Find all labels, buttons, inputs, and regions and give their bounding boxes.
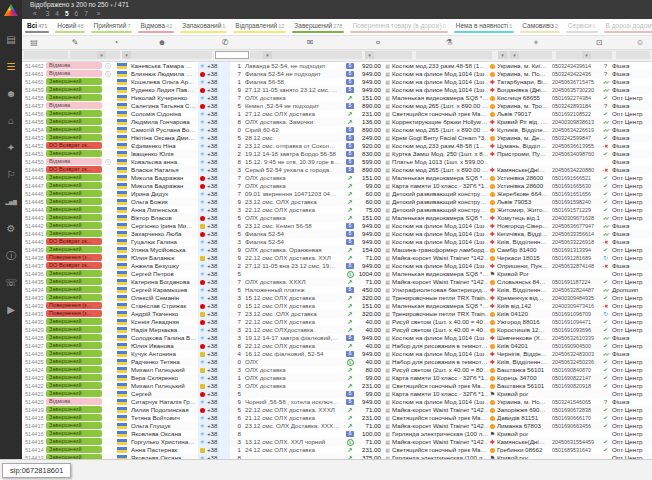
tab-Відмова[interactable]: Відмова42 — [135, 19, 177, 35]
tab-Новий[interactable]: Новий48 — [52, 19, 88, 35]
order-row[interactable]: 514460ЗавершенийКошелева Ольга Ар…✳+381Ф… — [22, 78, 652, 86]
filter-cell[interactable] — [124, 51, 212, 59]
phone-number[interactable]: +38 — [207, 390, 230, 398]
phone-number[interactable]: +38 — [207, 302, 230, 310]
order-row[interactable]: 514419ЗавершенийЛилия Подолинская+38522.… — [22, 406, 652, 414]
sidebar-item-purchases[interactable]: ✦ — [0, 134, 22, 161]
filter-dropdown-icon[interactable]: ▾ — [510, 51, 519, 59]
sidebar-item-warehouse[interactable]: ⌂ — [0, 107, 22, 134]
phone-number[interactable]: +38 — [207, 182, 230, 190]
order-row[interactable]: 514416ЗавершенийЯковлева Оксана✳+388Б100… — [22, 430, 652, 438]
order-row[interactable]: 514442ЗавершенийСергієнко Ірина Ми…+3862… — [22, 222, 652, 230]
order-row[interactable]: 514430ЗавершенийКсенія Левадняя+38722.12… — [22, 318, 652, 326]
pager-page-5[interactable]: 5 — [62, 10, 72, 17]
order-row[interactable]: 514418ЗавершенийТетяна Войтович✳+38621.1… — [22, 414, 652, 422]
tracking-column-icon[interactable]: ⊡ — [596, 37, 603, 48]
order-row[interactable]: 514432Повернення (з…Станіслав Стрижак+38… — [22, 302, 652, 310]
order-row[interactable]: 514413ЗавершенийЯковлева Оксана✳+388↗375… — [22, 454, 652, 459]
pager-last-button[interactable]: » — [94, 10, 104, 17]
status-column-icon[interactable]: ✎ — [72, 37, 79, 48]
payment-column-icon[interactable]: ¤ — [376, 37, 380, 48]
phone-number[interactable]: +38 — [207, 406, 230, 414]
phone-number[interactable]: +38 — [207, 366, 230, 374]
sidebar-item-clients[interactable]: ☻ — [0, 80, 22, 107]
sidebar-item-settings[interactable]: ⚙ — [0, 215, 22, 242]
order-row[interactable]: 514433ЗавершенийОлексій Семанін✳+38315.1… — [22, 294, 652, 302]
phone-number[interactable]: +38 — [207, 110, 230, 118]
sidebar-item-announcements[interactable]: ⚐ — [0, 161, 22, 188]
phone-number[interactable]: +38 — [207, 238, 230, 246]
order-row[interactable]: 514441ЗавершенийЗахарченко Люба+385Фиалк… — [22, 230, 652, 238]
order-row[interactable]: 514423ЗавершенийВера Скляренко✳+381ОЛХ д… — [22, 374, 652, 382]
phone-number[interactable]: +38 — [207, 446, 230, 454]
order-row[interactable]: 514428ЗавершенийСолодкова Галина В…✳+383… — [22, 334, 652, 342]
order-row[interactable]: 514457ВідмоваСалегина Татьяна С…+385Кеме… — [22, 102, 652, 110]
phone-number[interactable]: +38 — [207, 310, 230, 318]
phone-number[interactable]: +38 — [207, 414, 230, 422]
sidebar-item-support[interactable]: ☏ — [0, 269, 22, 296]
comment-column-icon[interactable]: ✉ — [307, 37, 314, 48]
phone-number[interactable]: +38 — [207, 158, 230, 166]
order-row[interactable]: 514448ЗавершенийМикола Бадражан+387ОЛХ д… — [22, 174, 652, 182]
phone-number[interactable]: +38 — [207, 318, 230, 326]
phone-number[interactable]: +38 — [207, 350, 230, 358]
phone-number[interactable]: +38 — [207, 62, 230, 70]
phone-number[interactable]: +38 — [207, 198, 230, 206]
order-id-column-icon[interactable]: ▤ — [30, 37, 38, 48]
filter-dropdown-icon[interactable]: ▾ — [122, 51, 131, 59]
order-row[interactable]: 514462ВідмоваⓘКаневська Тамара …✳+381Лав… — [22, 62, 652, 70]
sidebar-item-video[interactable]: ▶ — [0, 296, 22, 323]
phone-number[interactable]: +38 — [207, 286, 230, 294]
order-row[interactable]: 514453ЗавершенийНікітіна Оксана Дми…✳+38… — [22, 134, 652, 142]
order-row[interactable]: 514417ЗавершенийОльга Глущук✳+38023.12 с… — [22, 422, 652, 430]
tab-Всі[interactable]: Всі471 — [22, 19, 52, 35]
order-row[interactable]: 514431Повернення (з…Андрій Ткаченко+3872… — [22, 310, 652, 318]
phone-number[interactable]: +38 — [207, 214, 230, 222]
order-row[interactable]: 514426ЗавершенийКучук Антонина+38416.12 … — [22, 350, 652, 358]
order-row[interactable]: 514447ЗавершенийМикола Бадражан+387ОЛХ д… — [22, 182, 652, 190]
order-row[interactable]: 514420ВідмоваСитарчук Наталія Гр…✳+389Чо… — [22, 398, 652, 406]
phone-number[interactable]: +38 — [207, 454, 230, 459]
manager-column-icon[interactable]: ☺ — [636, 37, 644, 48]
order-row[interactable]: 514437DO Возврат ск…Анжела Безушку✳+3822… — [22, 262, 652, 270]
phone-number[interactable]: +38 — [207, 126, 230, 134]
phone-number[interactable]: +38 — [207, 78, 230, 86]
product-column-icon[interactable]: ⚗ — [445, 37, 452, 48]
phone-number[interactable]: +38 — [207, 254, 230, 262]
order-row[interactable]: 514439ЗавершенийУляна Мусійовська✳+389ОЛ… — [22, 246, 652, 254]
filter-cell[interactable] — [70, 51, 120, 59]
tab-В дорозі додому[interactable]: В дорозі додому0 — [601, 19, 652, 35]
phone-number[interactable]: +38 — [207, 334, 230, 342]
order-row[interactable]: 514424ЗавершенийМихаил Гилецький+383ОЛХ … — [22, 366, 652, 374]
sidebar-item-dashboard[interactable]: ▤ — [0, 26, 22, 53]
sidebar-item-info[interactable]: ⓘ — [0, 242, 22, 269]
order-row[interactable]: 514440DO Возврат ск…Гуцалюк Галина✳+383Ф… — [22, 238, 652, 246]
phone-number[interactable]: +38 — [207, 398, 230, 406]
phone-number[interactable]: +38 — [207, 422, 230, 430]
filter-dropdown-icon[interactable]: ▾ — [582, 51, 591, 59]
order-row[interactable]: 514458ЗавершенийНиколай Кучеренко✳+387ОЛ… — [22, 94, 652, 102]
order-row[interactable]: 514434ЗавершенийСергей Карамышев✳+385Нал… — [22, 286, 652, 294]
tab-Нема в наявності[interactable]: Нема в наявності1 — [451, 19, 518, 35]
order-row[interactable]: 514425ЗавершенийРадченко Тетяна✳+380ОЛХ$… — [22, 358, 652, 366]
client-column-icon[interactable]: ☻ — [158, 37, 166, 48]
tab-Відправлений[interactable]: Відправлений12 — [230, 19, 289, 35]
tab-Самовивіз[interactable]: Самовивіз2 — [517, 19, 563, 35]
order-row[interactable]: 514455ЗавершенийЛюдмила Гончарова✳+388ОЛ… — [22, 118, 652, 126]
filter-dropdown-icon[interactable]: ▾ — [365, 51, 374, 59]
pager-page-7[interactable]: 7 — [81, 10, 91, 17]
phone-number[interactable]: +38 — [207, 278, 230, 286]
order-row[interactable]: 514435ЗавершенийКатерина Богданова+387ОЛ… — [22, 278, 652, 286]
phone-number[interactable]: +38 — [207, 326, 230, 334]
order-row[interactable]: 514436ЗавершенийСергей Петров✳+385$1004.… — [22, 270, 652, 278]
order-row[interactable]: 514444ЗавершенийАнна Липенська✳+38322.12… — [22, 206, 652, 214]
filter-dropdown-icon[interactable]: ▾ — [97, 51, 106, 59]
order-row[interactable]: 514451ЗавершенийІващенко Юлія✳+38219.12 … — [22, 150, 652, 158]
order-row[interactable]: 514446ЗавершенийИрина Дидух✳+38709.01 зв… — [22, 190, 652, 198]
tab-Прийнятий[interactable]: Прийнятий7 — [88, 19, 135, 35]
phone-number[interactable]: +38 — [207, 342, 230, 350]
pager-first-button[interactable]: « — [30, 10, 40, 17]
order-row[interactable]: 514415ЗавершенийГоргулько Христина…✳+383… — [22, 438, 652, 446]
phone-number[interactable]: +38 — [207, 190, 230, 198]
tab-Повернення товару (в дорозі)[interactable]: Повернення товару (в дорозі)0 — [347, 19, 450, 35]
